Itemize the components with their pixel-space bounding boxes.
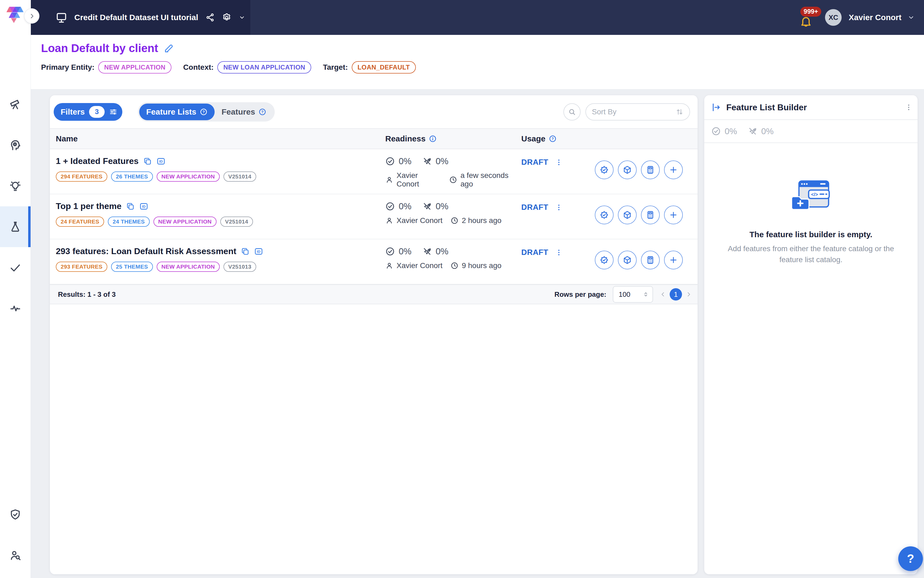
kebab-menu-icon[interactable] [905, 103, 913, 111]
sidebar-item-check[interactable] [0, 247, 31, 288]
filters-button[interactable]: Filters 3 [53, 103, 122, 121]
feature-list-name[interactable]: 1 + Ideated Features [56, 156, 139, 166]
builder-panel-title: Feature List Builder [726, 102, 807, 112]
rows-per-page-select[interactable]: 100 [613, 286, 653, 303]
ready-percent: 0% [399, 246, 412, 257]
kebab-menu-icon[interactable] [555, 158, 563, 166]
feature-list-name[interactable]: Top 1 per theme [56, 201, 122, 211]
filters-count-badge: 3 [89, 106, 105, 118]
svg-text:ID: ID [159, 159, 163, 163]
feature-list-name[interactable]: 293 features: Loan Default Risk Assessme… [56, 246, 237, 256]
compute-calculator-button[interactable] [641, 161, 660, 179]
updated-time: 9 hours ago [462, 261, 501, 270]
sidebar-item-user-search[interactable] [0, 535, 31, 576]
compute-calculator-button[interactable] [641, 206, 660, 224]
question-icon[interactable]: ? [258, 108, 266, 116]
context-chip: NEW LOAN APPLICATION [217, 61, 311, 73]
table-row: 1 + Ideated Features ID 294 FEATURES26 T… [50, 149, 697, 194]
sidebar-item-flask[interactable] [0, 206, 31, 247]
sort-by-select[interactable]: Sort By [585, 103, 690, 120]
person-icon [385, 261, 393, 270]
kebab-menu-icon[interactable] [555, 248, 563, 257]
kebab-menu-icon[interactable] [555, 203, 563, 211]
empty-builder-illustration: </> [789, 180, 833, 213]
sidebar-item-activity[interactable] [0, 288, 31, 329]
project-selector[interactable]: Credit Default Dataset UI tutorial [31, 0, 250, 35]
sidebar-item-lightbulb[interactable] [0, 166, 31, 206]
user-search-icon [9, 549, 21, 562]
avatar[interactable]: XC [825, 9, 841, 26]
clock-icon [451, 261, 459, 270]
gear-icon[interactable] [222, 13, 232, 22]
compute-calculator-button[interactable] [641, 251, 660, 270]
panel-collapse-icon[interactable] [711, 102, 721, 112]
approve-seal-button[interactable] [595, 161, 614, 179]
id-badge-icon[interactable]: ID [139, 202, 148, 211]
add-to-builder-button[interactable] [664, 161, 683, 179]
row-chip: 26 THEMES [111, 172, 152, 182]
results-count: Results: 1 - 3 of 3 [58, 291, 116, 299]
shield-check-icon [9, 508, 21, 521]
package-cube-button[interactable] [618, 206, 637, 224]
table-row: Top 1 per theme ID 24 FEATURES24 THEMESN… [50, 194, 697, 239]
sidebar-item-telescope[interactable] [0, 84, 31, 125]
previous-page-button[interactable] [660, 291, 666, 298]
primary-entity-chip: NEW APPLICATION [98, 61, 172, 73]
chevron-down-icon[interactable] [238, 14, 245, 21]
context-label: Context: [183, 63, 214, 71]
page-number-button[interactable]: 1 [669, 288, 682, 300]
view-tabs: Feature Lists ? Features ? [138, 102, 275, 122]
package-cube-button[interactable] [618, 251, 637, 270]
offline-icon [422, 201, 432, 211]
table-row: 293 features: Loan Default Risk Assessme… [50, 239, 697, 284]
copy-icon[interactable] [126, 202, 135, 211]
tab-feature-lists[interactable]: Feature Lists ? [139, 104, 215, 120]
builder-empty-state: </> The feature list builder is empty. A… [704, 143, 918, 265]
notifications-button[interactable]: 999+ [798, 6, 819, 29]
id-badge-icon[interactable]: ID [156, 157, 165, 166]
target-label: Target: [323, 63, 348, 71]
edit-title-button[interactable] [164, 43, 174, 54]
next-page-button[interactable] [685, 291, 692, 298]
search-button[interactable] [563, 103, 580, 120]
offline-percent: 0% [436, 156, 449, 166]
question-icon[interactable]: ? [549, 135, 557, 143]
question-icon[interactable]: ? [199, 108, 207, 116]
search-icon [568, 108, 576, 116]
column-usage: Usage ? [521, 134, 683, 143]
approve-seal-button[interactable] [595, 251, 614, 270]
info-icon[interactable] [429, 135, 437, 143]
row-chip: NEW APPLICATION [157, 172, 220, 182]
sidebar-expand-button[interactable] [24, 8, 39, 24]
clock-icon [449, 176, 457, 184]
cube-icon [623, 255, 632, 265]
approve-seal-button[interactable] [595, 206, 614, 224]
updated-time: a few seconds ago [460, 171, 521, 188]
help-button[interactable]: ? [898, 546, 923, 571]
copy-icon[interactable] [143, 157, 152, 166]
add-to-builder-button[interactable] [664, 251, 683, 270]
sliders-icon [109, 107, 118, 116]
sidebar-item-shield-check[interactable] [0, 494, 31, 535]
add-to-builder-button[interactable] [664, 206, 683, 224]
row-chip: 294 FEATURES [56, 172, 107, 182]
check-circle-icon [385, 201, 395, 211]
seal-check-icon [600, 255, 609, 265]
share-icon[interactable] [205, 13, 215, 22]
seal-check-icon [600, 165, 609, 174]
user-name: Xavier Conort [849, 13, 901, 22]
package-cube-button[interactable] [618, 161, 637, 179]
activity-icon [9, 302, 21, 315]
page-header: Loan Default by client Primary Entity: N… [31, 35, 924, 89]
id-badge-icon[interactable]: ID [254, 247, 263, 256]
user-menu-chevron-icon[interactable] [907, 14, 915, 21]
sidebar [0, 0, 31, 578]
tab-feature-lists-label: Feature Lists [146, 107, 196, 117]
status-badge: DRAFT [521, 203, 548, 212]
sidebar-item-brain-gear[interactable] [0, 125, 31, 166]
person-icon [385, 176, 393, 184]
pagination: 1 [660, 288, 692, 300]
tab-features[interactable]: Features ? [215, 104, 273, 120]
copy-icon[interactable] [241, 247, 250, 256]
check-circle-icon [711, 127, 721, 136]
